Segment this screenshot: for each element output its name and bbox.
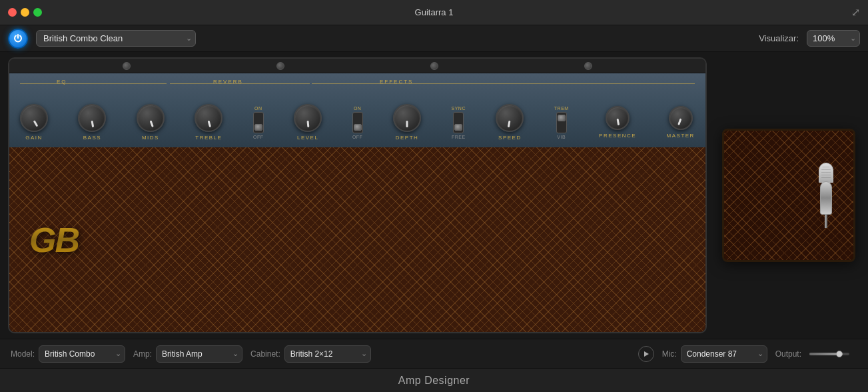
knob-mids-label: MIDS (142, 135, 159, 141)
sync-toggle-switch[interactable] (453, 112, 464, 133)
output-slider-fill (809, 353, 839, 355)
preset-select[interactable]: British Combo Clean (36, 30, 196, 47)
knob-speed-label: SPEED (498, 135, 522, 141)
knob-presence-indicator (617, 119, 620, 125)
cabinet (722, 129, 855, 262)
amp-logo: GB (29, 220, 79, 260)
sync-label: SYNC (452, 106, 466, 111)
knob-group-master: MASTER (667, 106, 695, 139)
reverb-section-label: REVERB (213, 79, 243, 85)
footer: Amp Designer (0, 368, 868, 392)
knob-bass[interactable] (78, 104, 106, 132)
knob-group-presence: PRESENCE (599, 106, 636, 139)
amp-section: Amp: British Amp American Amp (133, 345, 242, 363)
eq-section-line (20, 83, 167, 84)
knob-master-indicator (677, 118, 681, 125)
toolbar: British Combo Clean Visualizar: 100% (0, 25, 868, 52)
knob-level[interactable] (294, 104, 322, 132)
cabinet-area (707, 57, 860, 333)
expand-icon[interactable]: ⤢ (851, 6, 860, 19)
mic-select[interactable]: Condenser 87 Dynamic 57 Ribbon 121 (681, 345, 767, 363)
vibrato-toggle-switch[interactable] (352, 112, 363, 133)
amp-select[interactable]: British Amp American Amp (156, 345, 242, 363)
amp-body: EQ REVERB EFFECTS GAIN (8, 57, 707, 333)
cabinet-section: Cabinet: British 2×12 British 4×12 Open … (250, 345, 371, 363)
vibrato-toggle-nub (354, 124, 362, 131)
minimize-button[interactable] (21, 8, 29, 17)
model-label: Model: (11, 349, 35, 359)
zoom-select-wrapper[interactable]: 100% (807, 30, 860, 47)
toggle-group-vibrato: ON OFF (352, 106, 363, 139)
knob-bass-label: BASS (83, 135, 101, 141)
knob-level-indicator (307, 121, 310, 127)
reverb-toggle-nub (254, 124, 262, 131)
model-section: Model: British Combo American Clean Vint… (11, 345, 125, 363)
cabinet-grille (724, 131, 853, 260)
knob-master-label: MASTER (667, 133, 695, 139)
output-slider-thumb (836, 351, 843, 357)
speaker-grille: GB (9, 147, 705, 332)
knob-group-gain: GAIN (20, 104, 48, 141)
effects-section-line (312, 83, 695, 84)
amp-top-bolts (9, 59, 705, 73)
model-select[interactable]: British Combo American Clean Vintage Bri… (39, 345, 125, 363)
power-button[interactable] (8, 29, 28, 49)
knob-speed[interactable] (496, 104, 524, 132)
output-label: Output: (775, 349, 801, 359)
vib-label: VIB (557, 135, 566, 139)
close-button[interactable] (8, 8, 17, 17)
mic-body (820, 181, 832, 215)
trem-toggle-nub (558, 115, 566, 121)
knob-depth[interactable] (393, 104, 421, 132)
footer-title: Amp Designer (398, 375, 470, 387)
vibrato-off-label: OFF (352, 135, 363, 139)
trem-toggle-switch[interactable] (556, 112, 567, 133)
knob-level-label: LEVEL (297, 135, 318, 141)
knob-group-treble: TREBLE (195, 104, 222, 141)
cabinet-select-wrapper[interactable]: British 2×12 British 4×12 Open Back 1×12 (284, 345, 371, 363)
vibrato-on-label: ON (354, 106, 362, 111)
knob-group-mids: MIDS (137, 104, 165, 141)
knob-treble[interactable] (195, 104, 222, 132)
mic-label: Mic: (662, 349, 677, 359)
mic-section: Mic: Condenser 87 Dynamic 57 Ribbon 121 (662, 345, 767, 363)
sync-toggle-nub (454, 124, 462, 131)
grille-pattern (9, 147, 705, 332)
toggle-group-sync: SYNC FREE (452, 106, 466, 139)
knob-depth-label: DEPTH (396, 135, 419, 141)
bolt-1 (123, 62, 131, 70)
output-slider[interactable] (809, 353, 849, 355)
output-section: Output: (775, 349, 849, 359)
zoom-select[interactable]: 100% (807, 30, 860, 47)
knob-treble-indicator (208, 121, 211, 127)
preset-select-wrapper[interactable]: British Combo Clean (36, 30, 196, 47)
bottom-bar: Model: British Combo American Clean Vint… (0, 339, 868, 368)
model-select-wrapper[interactable]: British Combo American Clean Vintage Bri… (39, 345, 125, 363)
knob-gain[interactable] (20, 104, 48, 132)
knob-group-level: LEVEL (294, 104, 322, 141)
knob-depth-indicator (406, 121, 408, 127)
visualizar-label: Visualizar: (759, 33, 799, 43)
knob-group-bass: BASS (78, 104, 106, 141)
mic-select-wrapper[interactable]: Condenser 87 Dynamic 57 Ribbon 121 (681, 345, 767, 363)
knob-presence[interactable] (606, 106, 630, 130)
maximize-button[interactable] (33, 8, 42, 17)
reverb-off-label: OFF (253, 135, 264, 139)
reverb-toggle-switch[interactable] (253, 112, 264, 133)
knob-master[interactable] (669, 106, 693, 130)
knob-gain-indicator (33, 120, 39, 127)
knob-mids-indicator (149, 120, 153, 127)
trem-label: TREM (554, 106, 569, 111)
knob-mids[interactable] (137, 104, 165, 132)
bolt-4 (584, 62, 592, 70)
amp-select-wrapper[interactable]: British Amp American Amp (156, 345, 242, 363)
knob-group-depth: DEPTH (393, 104, 421, 141)
cabinet-select[interactable]: British 2×12 British 4×12 Open Back 1×12 (284, 345, 371, 363)
window-controls[interactable] (8, 8, 42, 17)
bolt-3 (430, 62, 438, 70)
effects-section-label: EFFECTS (380, 79, 413, 85)
controls-panel: EQ REVERB EFFECTS GAIN (9, 73, 705, 147)
cabinet-mic (819, 163, 833, 228)
play-button[interactable] (638, 346, 654, 362)
play-icon (644, 351, 649, 357)
